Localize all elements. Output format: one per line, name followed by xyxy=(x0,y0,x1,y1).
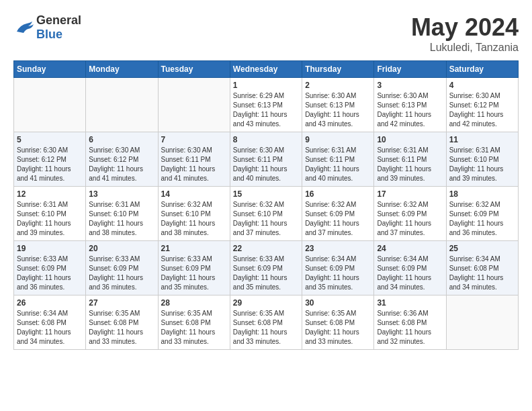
day-number: 1 xyxy=(233,81,299,90)
table-row: 2Sunrise: 6:30 AM Sunset: 6:13 PM Daylig… xyxy=(302,78,374,132)
table-row: 12Sunrise: 6:31 AM Sunset: 6:10 PM Dayli… xyxy=(14,187,86,241)
table-row: 11Sunrise: 6:31 AM Sunset: 6:10 PM Dayli… xyxy=(446,132,518,187)
day-number: 31 xyxy=(377,298,443,308)
day-info: Sunrise: 6:33 AM Sunset: 6:09 PM Dayligh… xyxy=(89,255,154,292)
day-number: 16 xyxy=(305,189,371,199)
table-row: 22Sunrise: 6:33 AM Sunset: 6:09 PM Dayli… xyxy=(230,241,302,295)
col-monday: Monday xyxy=(86,61,158,78)
table-row xyxy=(158,78,230,132)
day-number: 23 xyxy=(305,244,371,253)
day-number: 4 xyxy=(449,81,515,90)
table-row: 13Sunrise: 6:31 AM Sunset: 6:10 PM Dayli… xyxy=(86,187,158,241)
day-info: Sunrise: 6:32 AM Sunset: 6:10 PM Dayligh… xyxy=(161,200,227,238)
table-row xyxy=(14,78,86,132)
day-number: 27 xyxy=(89,298,154,308)
calendar-week-row: 12Sunrise: 6:31 AM Sunset: 6:10 PM Dayli… xyxy=(14,187,519,241)
table-row: 6Sunrise: 6:30 AM Sunset: 6:12 PM Daylig… xyxy=(86,132,158,187)
table-row xyxy=(86,78,158,132)
table-row: 26Sunrise: 6:34 AM Sunset: 6:08 PM Dayli… xyxy=(14,295,86,350)
calendar-week-row: 19Sunrise: 6:33 AM Sunset: 6:09 PM Dayli… xyxy=(14,241,519,295)
table-row: 7Sunrise: 6:30 AM Sunset: 6:11 PM Daylig… xyxy=(158,132,230,187)
calendar-table: Sunday Monday Tuesday Wednesday Thursday… xyxy=(13,60,519,350)
day-number: 26 xyxy=(17,298,83,308)
day-number: 14 xyxy=(161,189,227,199)
col-tuesday: Tuesday xyxy=(158,61,230,78)
table-row: 27Sunrise: 6:35 AM Sunset: 6:08 PM Dayli… xyxy=(86,295,158,350)
day-number: 30 xyxy=(305,298,371,308)
day-info: Sunrise: 6:32 AM Sunset: 6:10 PM Dayligh… xyxy=(233,200,299,238)
day-info: Sunrise: 6:35 AM Sunset: 6:08 PM Dayligh… xyxy=(161,309,227,347)
day-info: Sunrise: 6:30 AM Sunset: 6:11 PM Dayligh… xyxy=(233,146,299,183)
table-row: 14Sunrise: 6:32 AM Sunset: 6:10 PM Dayli… xyxy=(158,187,230,241)
month-title: May 2024 xyxy=(411,13,519,42)
day-info: Sunrise: 6:31 AM Sunset: 6:10 PM Dayligh… xyxy=(17,200,83,238)
day-number: 18 xyxy=(449,189,515,199)
logo-blue: Blue xyxy=(36,28,62,41)
col-sunday: Sunday xyxy=(14,61,86,78)
day-info: Sunrise: 6:34 AM Sunset: 6:08 PM Dayligh… xyxy=(449,255,515,292)
table-row: 29Sunrise: 6:35 AM Sunset: 6:08 PM Dayli… xyxy=(230,295,302,350)
day-number: 22 xyxy=(233,244,299,253)
page-header: General Blue May 2024 Lukuledi, Tanzania xyxy=(13,13,519,54)
table-row: 28Sunrise: 6:35 AM Sunset: 6:08 PM Dayli… xyxy=(158,295,230,350)
day-number: 12 xyxy=(17,189,83,199)
day-number: 10 xyxy=(377,135,443,144)
day-number: 11 xyxy=(449,135,515,144)
day-info: Sunrise: 6:35 AM Sunset: 6:08 PM Dayligh… xyxy=(233,309,299,347)
day-number: 29 xyxy=(233,298,299,308)
day-info: Sunrise: 6:32 AM Sunset: 6:09 PM Dayligh… xyxy=(449,200,515,238)
day-info: Sunrise: 6:31 AM Sunset: 6:10 PM Dayligh… xyxy=(89,200,154,238)
col-wednesday: Wednesday xyxy=(230,61,302,78)
table-row: 15Sunrise: 6:32 AM Sunset: 6:10 PM Dayli… xyxy=(230,187,302,241)
day-number: 13 xyxy=(89,189,154,199)
day-number: 2 xyxy=(305,81,371,90)
day-number: 3 xyxy=(377,81,443,90)
table-row: 10Sunrise: 6:31 AM Sunset: 6:11 PM Dayli… xyxy=(374,132,446,187)
day-info: Sunrise: 6:29 AM Sunset: 6:13 PM Dayligh… xyxy=(233,91,299,129)
day-number: 20 xyxy=(89,244,154,253)
table-row: 23Sunrise: 6:34 AM Sunset: 6:09 PM Dayli… xyxy=(302,241,374,295)
day-number: 6 xyxy=(89,135,154,144)
day-number: 7 xyxy=(161,135,227,144)
calendar-week-row: 1Sunrise: 6:29 AM Sunset: 6:13 PM Daylig… xyxy=(14,78,519,132)
table-row: 4Sunrise: 6:30 AM Sunset: 6:12 PM Daylig… xyxy=(446,78,518,132)
day-info: Sunrise: 6:33 AM Sunset: 6:09 PM Dayligh… xyxy=(233,255,299,292)
day-info: Sunrise: 6:32 AM Sunset: 6:09 PM Dayligh… xyxy=(377,200,443,238)
title-area: May 2024 Lukuledi, Tanzania xyxy=(411,13,519,54)
table-row xyxy=(446,295,518,350)
table-row: 17Sunrise: 6:32 AM Sunset: 6:09 PM Dayli… xyxy=(374,187,446,241)
col-thursday: Thursday xyxy=(302,61,374,78)
col-friday: Friday xyxy=(374,61,446,78)
day-info: Sunrise: 6:30 AM Sunset: 6:12 PM Dayligh… xyxy=(17,146,83,183)
table-row: 30Sunrise: 6:35 AM Sunset: 6:08 PM Dayli… xyxy=(302,295,374,350)
day-info: Sunrise: 6:30 AM Sunset: 6:12 PM Dayligh… xyxy=(89,146,154,183)
table-row: 9Sunrise: 6:31 AM Sunset: 6:11 PM Daylig… xyxy=(302,132,374,187)
table-row: 20Sunrise: 6:33 AM Sunset: 6:09 PM Dayli… xyxy=(86,241,158,295)
table-row: 16Sunrise: 6:32 AM Sunset: 6:09 PM Dayli… xyxy=(302,187,374,241)
day-info: Sunrise: 6:31 AM Sunset: 6:10 PM Dayligh… xyxy=(449,146,515,183)
day-info: Sunrise: 6:30 AM Sunset: 6:13 PM Dayligh… xyxy=(305,91,371,129)
day-info: Sunrise: 6:35 AM Sunset: 6:08 PM Dayligh… xyxy=(305,309,371,347)
calendar-week-row: 5Sunrise: 6:30 AM Sunset: 6:12 PM Daylig… xyxy=(14,132,519,187)
day-info: Sunrise: 6:30 AM Sunset: 6:12 PM Dayligh… xyxy=(449,91,515,129)
day-info: Sunrise: 6:30 AM Sunset: 6:11 PM Dayligh… xyxy=(161,146,227,183)
table-row: 21Sunrise: 6:33 AM Sunset: 6:09 PM Dayli… xyxy=(158,241,230,295)
day-info: Sunrise: 6:36 AM Sunset: 6:08 PM Dayligh… xyxy=(377,309,443,347)
col-saturday: Saturday xyxy=(446,61,518,78)
logo-text: General Blue xyxy=(36,13,81,42)
day-number: 17 xyxy=(377,189,443,199)
day-info: Sunrise: 6:35 AM Sunset: 6:08 PM Dayligh… xyxy=(89,309,154,347)
day-number: 19 xyxy=(17,244,83,253)
day-info: Sunrise: 6:31 AM Sunset: 6:11 PM Dayligh… xyxy=(305,146,371,183)
day-info: Sunrise: 6:30 AM Sunset: 6:13 PM Dayligh… xyxy=(377,91,443,129)
day-number: 28 xyxy=(161,298,227,308)
weekday-header-row: Sunday Monday Tuesday Wednesday Thursday… xyxy=(14,61,519,78)
day-number: 21 xyxy=(161,244,227,253)
table-row: 1Sunrise: 6:29 AM Sunset: 6:13 PM Daylig… xyxy=(230,78,302,132)
table-row: 25Sunrise: 6:34 AM Sunset: 6:08 PM Dayli… xyxy=(446,241,518,295)
table-row: 8Sunrise: 6:30 AM Sunset: 6:11 PM Daylig… xyxy=(230,132,302,187)
day-info: Sunrise: 6:33 AM Sunset: 6:09 PM Dayligh… xyxy=(161,255,227,292)
table-row: 18Sunrise: 6:32 AM Sunset: 6:09 PM Dayli… xyxy=(446,187,518,241)
logo-icon xyxy=(13,19,34,36)
day-info: Sunrise: 6:34 AM Sunset: 6:09 PM Dayligh… xyxy=(305,255,371,292)
